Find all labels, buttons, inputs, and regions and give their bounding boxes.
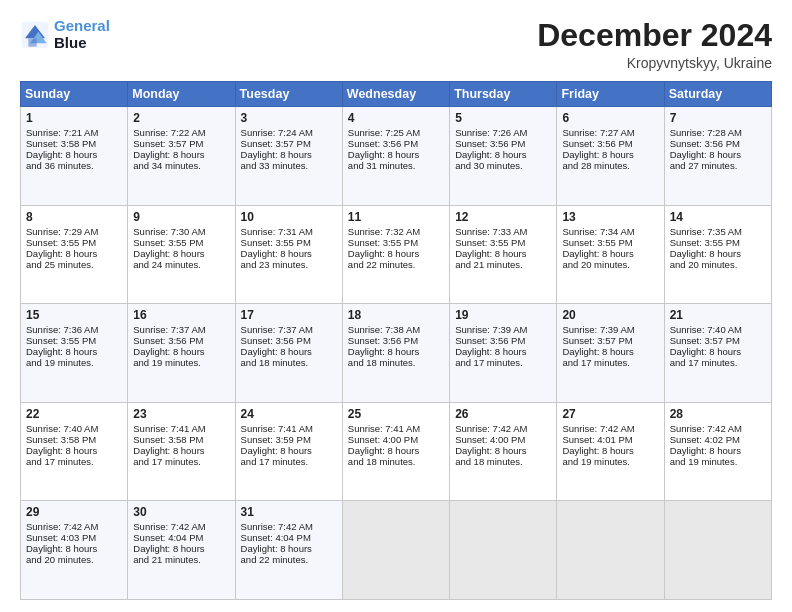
cell-info-line: Sunrise: 7:24 AM [241, 127, 337, 138]
calendar-cell: 15Sunrise: 7:36 AMSunset: 3:55 PMDayligh… [21, 304, 128, 403]
cell-info-line: Sunset: 3:56 PM [348, 335, 444, 346]
cell-info-line: Sunrise: 7:42 AM [455, 423, 551, 434]
cell-info-line: Sunrise: 7:37 AM [241, 324, 337, 335]
day-number: 19 [455, 308, 551, 322]
cell-info-line: Daylight: 8 hours [562, 248, 658, 259]
cell-info-line: and 20 minutes. [26, 554, 122, 565]
calendar-cell: 30Sunrise: 7:42 AMSunset: 4:04 PMDayligh… [128, 501, 235, 600]
cell-info-line: and 20 minutes. [670, 259, 766, 270]
weekday-header-thursday: Thursday [450, 82, 557, 107]
cell-info-line: and 18 minutes. [348, 357, 444, 368]
cell-info-line: Daylight: 8 hours [241, 445, 337, 456]
calendar-cell [342, 501, 449, 600]
cell-info-line: Daylight: 8 hours [348, 445, 444, 456]
logo-text: General Blue [54, 18, 110, 51]
calendar-cell: 20Sunrise: 7:39 AMSunset: 3:57 PMDayligh… [557, 304, 664, 403]
cell-info-line: Daylight: 8 hours [670, 346, 766, 357]
cell-info-line: Sunset: 3:58 PM [26, 138, 122, 149]
cell-info-line: Sunset: 3:56 PM [562, 138, 658, 149]
cell-info-line: Sunrise: 7:42 AM [670, 423, 766, 434]
cell-info-line: Daylight: 8 hours [26, 346, 122, 357]
weekday-header-sunday: Sunday [21, 82, 128, 107]
calendar-cell: 13Sunrise: 7:34 AMSunset: 3:55 PMDayligh… [557, 205, 664, 304]
calendar-cell: 4Sunrise: 7:25 AMSunset: 3:56 PMDaylight… [342, 107, 449, 206]
cell-info-line: Daylight: 8 hours [133, 248, 229, 259]
cell-info-line: Daylight: 8 hours [562, 149, 658, 160]
calendar-cell: 29Sunrise: 7:42 AMSunset: 4:03 PMDayligh… [21, 501, 128, 600]
calendar-cell: 21Sunrise: 7:40 AMSunset: 3:57 PMDayligh… [664, 304, 771, 403]
calendar-cell: 25Sunrise: 7:41 AMSunset: 4:00 PMDayligh… [342, 402, 449, 501]
cell-info-line: Sunrise: 7:40 AM [26, 423, 122, 434]
day-number: 16 [133, 308, 229, 322]
day-number: 21 [670, 308, 766, 322]
cell-info-line: Sunrise: 7:39 AM [562, 324, 658, 335]
calendar-cell: 18Sunrise: 7:38 AMSunset: 3:56 PMDayligh… [342, 304, 449, 403]
cell-info-line: Sunset: 3:58 PM [133, 434, 229, 445]
cell-info-line: Daylight: 8 hours [670, 149, 766, 160]
svg-rect-3 [28, 38, 36, 46]
day-number: 15 [26, 308, 122, 322]
cell-info-line: Sunset: 3:59 PM [241, 434, 337, 445]
title-block: December 2024 Kropyvnytskyy, Ukraine [537, 18, 772, 71]
calendar-cell: 19Sunrise: 7:39 AMSunset: 3:56 PMDayligh… [450, 304, 557, 403]
day-number: 22 [26, 407, 122, 421]
weekday-header-wednesday: Wednesday [342, 82, 449, 107]
cell-info-line: Sunrise: 7:41 AM [241, 423, 337, 434]
cell-info-line: and 27 minutes. [670, 160, 766, 171]
calendar-table: SundayMondayTuesdayWednesdayThursdayFrid… [20, 81, 772, 600]
cell-info-line: Daylight: 8 hours [455, 346, 551, 357]
cell-info-line: and 19 minutes. [133, 357, 229, 368]
cell-info-line: and 34 minutes. [133, 160, 229, 171]
day-number: 9 [133, 210, 229, 224]
cell-info-line: Daylight: 8 hours [26, 445, 122, 456]
cell-info-line: Sunrise: 7:30 AM [133, 226, 229, 237]
day-number: 23 [133, 407, 229, 421]
weekday-header-monday: Monday [128, 82, 235, 107]
cell-info-line: Sunrise: 7:41 AM [133, 423, 229, 434]
cell-info-line: and 17 minutes. [26, 456, 122, 467]
cell-info-line: Sunrise: 7:42 AM [26, 521, 122, 532]
day-number: 20 [562, 308, 658, 322]
calendar-cell: 28Sunrise: 7:42 AMSunset: 4:02 PMDayligh… [664, 402, 771, 501]
cell-info-line: Sunrise: 7:32 AM [348, 226, 444, 237]
weekday-header-tuesday: Tuesday [235, 82, 342, 107]
calendar-cell: 6Sunrise: 7:27 AMSunset: 3:56 PMDaylight… [557, 107, 664, 206]
cell-info-line: and 19 minutes. [562, 456, 658, 467]
day-number: 24 [241, 407, 337, 421]
cell-info-line: Sunset: 4:00 PM [455, 434, 551, 445]
calendar-week-row: 22Sunrise: 7:40 AMSunset: 3:58 PMDayligh… [21, 402, 772, 501]
calendar-cell: 10Sunrise: 7:31 AMSunset: 3:55 PMDayligh… [235, 205, 342, 304]
cell-info-line: Sunset: 4:04 PM [133, 532, 229, 543]
cell-info-line: Daylight: 8 hours [348, 248, 444, 259]
day-number: 14 [670, 210, 766, 224]
day-number: 11 [348, 210, 444, 224]
cell-info-line: and 18 minutes. [241, 357, 337, 368]
cell-info-line: Sunset: 4:04 PM [241, 532, 337, 543]
cell-info-line: and 33 minutes. [241, 160, 337, 171]
day-number: 7 [670, 111, 766, 125]
cell-info-line: and 17 minutes. [133, 456, 229, 467]
day-number: 18 [348, 308, 444, 322]
day-number: 25 [348, 407, 444, 421]
cell-info-line: Daylight: 8 hours [241, 149, 337, 160]
calendar-cell: 11Sunrise: 7:32 AMSunset: 3:55 PMDayligh… [342, 205, 449, 304]
cell-info-line: Sunset: 3:55 PM [133, 237, 229, 248]
cell-info-line: Daylight: 8 hours [133, 543, 229, 554]
cell-info-line: Sunrise: 7:42 AM [241, 521, 337, 532]
cell-info-line: Sunset: 3:57 PM [670, 335, 766, 346]
cell-info-line: Sunset: 3:55 PM [562, 237, 658, 248]
calendar-week-row: 29Sunrise: 7:42 AMSunset: 4:03 PMDayligh… [21, 501, 772, 600]
cell-info-line: Sunrise: 7:40 AM [670, 324, 766, 335]
cell-info-line: and 17 minutes. [562, 357, 658, 368]
cell-info-line: Sunrise: 7:34 AM [562, 226, 658, 237]
day-number: 12 [455, 210, 551, 224]
calendar-cell: 23Sunrise: 7:41 AMSunset: 3:58 PMDayligh… [128, 402, 235, 501]
location: Kropyvnytskyy, Ukraine [537, 55, 772, 71]
cell-info-line: Sunset: 3:56 PM [348, 138, 444, 149]
cell-info-line: Sunrise: 7:41 AM [348, 423, 444, 434]
cell-info-line: Daylight: 8 hours [26, 149, 122, 160]
cell-info-line: and 21 minutes. [133, 554, 229, 565]
cell-info-line: and 18 minutes. [348, 456, 444, 467]
cell-info-line: Sunset: 3:56 PM [670, 138, 766, 149]
cell-info-line: Sunset: 3:55 PM [26, 237, 122, 248]
